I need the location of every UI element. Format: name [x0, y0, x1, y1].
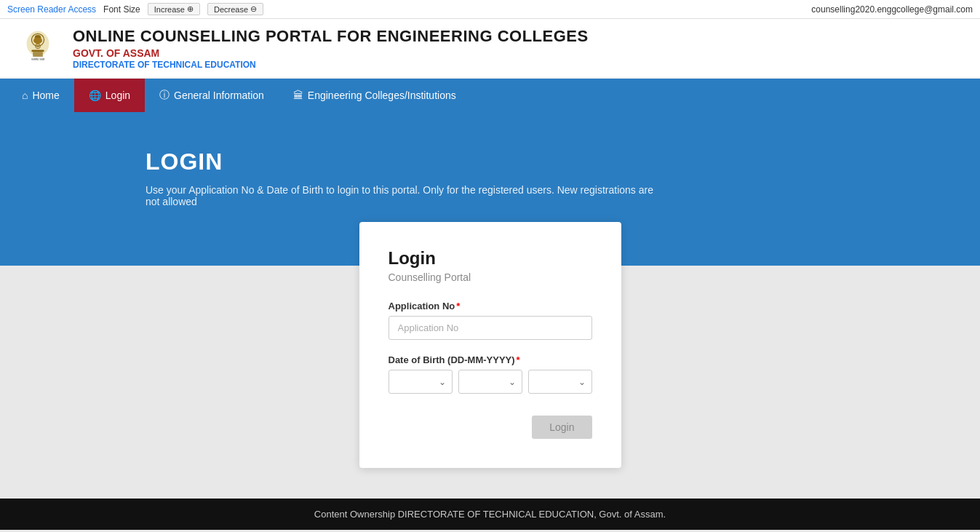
login-card: Login Counselling Portal Application No*… [359, 222, 621, 468]
month-chevron-icon: ⌄ [509, 377, 516, 387]
login-card-subtitle: Counselling Portal [389, 271, 592, 283]
site-logo: सत्यमेव जयते [15, 25, 61, 71]
nav-login-label: Login [105, 90, 130, 101]
day-select-wrap: ⌄ [389, 370, 453, 394]
screen-reader-link[interactable]: Screen Reader Access [7, 4, 96, 15]
site-subtitle1: GOVT. OF ASSAM [73, 47, 589, 59]
hero-title: LOGIN [146, 148, 834, 175]
globe-icon: 🌐 [89, 90, 101, 101]
info-icon: ⓘ [159, 89, 170, 102]
month-select-wrap: ⌄ [458, 370, 522, 394]
decrease-font-button[interactable]: Decrease ⊖ [207, 3, 263, 15]
dob-row: ⌄ ⌄ ⌄ [389, 370, 592, 394]
site-subtitle2: DIRECTORATE OF TECHNICAL EDUCATION [73, 60, 589, 70]
dob-group: Date of Birth (DD-MM-YYYY)* ⌄ ⌄ [389, 354, 592, 394]
application-no-input[interactable] [389, 316, 592, 340]
site-title: ONLINE COUNSELLING PORTAL FOR ENGINEERIN… [73, 27, 589, 46]
nav-login[interactable]: 🌐 Login [74, 79, 145, 112]
login-card-title: Login [389, 248, 592, 269]
font-size-label: Font Size [103, 4, 140, 15]
main-content: Login Counselling Portal Application No*… [0, 266, 980, 499]
svg-text:सत्यमेव जयते: सत्यमेव जयते [31, 57, 45, 61]
building-icon: 🏛 [293, 90, 303, 101]
site-header: सत्यमेव जयते ONLINE COUNSELLING PORTAL F… [0, 19, 980, 79]
nav-general-info[interactable]: ⓘ General Information [145, 79, 279, 112]
contact-email: counselling2020.enggcollege@gmail.com [811, 4, 973, 15]
nav-home-label: Home [32, 90, 59, 101]
home-icon: ⌂ [22, 90, 28, 101]
site-footer: Content Ownership DIRECTORATE OF TECHNIC… [0, 499, 980, 530]
increase-label: Increase [154, 5, 185, 14]
increase-font-button[interactable]: Increase ⊕ [148, 3, 200, 15]
svg-rect-6 [33, 52, 43, 57]
year-chevron-icon: ⌄ [578, 377, 586, 387]
svg-rect-5 [31, 50, 44, 52]
application-no-label: Application No* [389, 301, 592, 311]
login-button[interactable]: Login [532, 416, 591, 439]
day-select[interactable] [395, 370, 439, 393]
site-title-group: ONLINE COUNSELLING PORTAL FOR ENGINEERIN… [73, 27, 589, 70]
nav-engineering-colleges[interactable]: 🏛 Engineering Colleges/Institutions [279, 79, 471, 112]
application-no-group: Application No* [389, 301, 592, 340]
nav-engineering-label: Engineering Colleges/Institutions [308, 90, 456, 101]
top-bar: Screen Reader Access Font Size Increase … [0, 0, 980, 19]
month-select[interactable] [465, 370, 509, 393]
day-chevron-icon: ⌄ [439, 377, 446, 387]
year-select[interactable] [535, 370, 578, 393]
accessibility-controls: Screen Reader Access Font Size Increase … [7, 3, 263, 15]
hero-description: Use your Application No & Date of Birth … [146, 184, 655, 207]
year-select-wrap: ⌄ [528, 370, 592, 394]
decrease-icon: ⊖ [250, 4, 257, 14]
nav-general-info-label: General Information [174, 90, 264, 101]
decrease-label: Decrease [214, 5, 248, 14]
increase-icon: ⊕ [187, 4, 194, 14]
footer-text: Content Ownership DIRECTORATE OF TECHNIC… [314, 509, 666, 520]
login-button-row: Login [389, 408, 592, 439]
dob-label: Date of Birth (DD-MM-YYYY)* [389, 354, 592, 365]
main-nav: ⌂ Home 🌐 Login ⓘ General Information 🏛 E… [0, 79, 980, 112]
dob-required: * [517, 354, 520, 365]
nav-home[interactable]: ⌂ Home [7, 79, 74, 112]
app-no-required: * [456, 301, 460, 311]
svg-point-4 [33, 37, 42, 44]
